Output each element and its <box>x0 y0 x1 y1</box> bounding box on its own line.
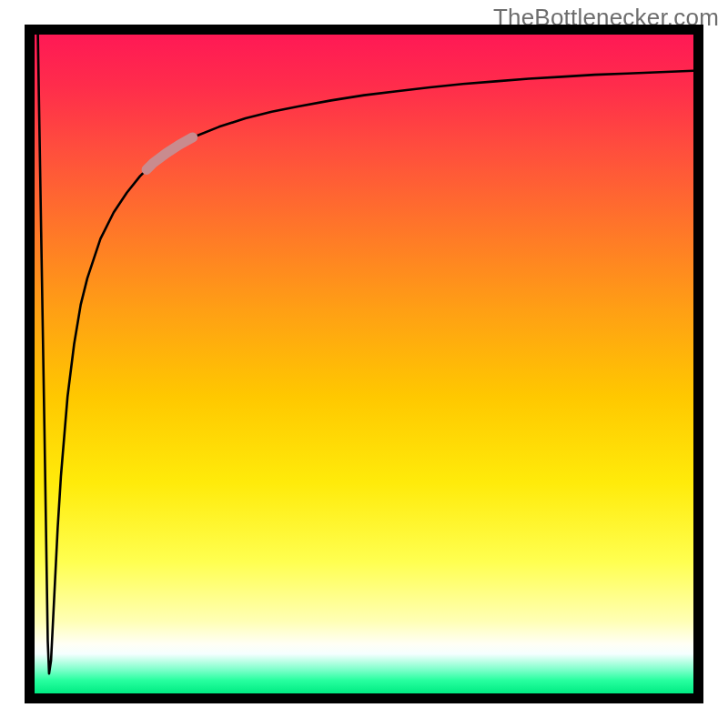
bottleneck-curve-highlight <box>147 137 193 169</box>
chart-root: TheBottlenecker.com <box>0 0 728 728</box>
bottleneck-curve <box>38 35 693 673</box>
plot-frame <box>25 25 703 703</box>
plot-area <box>35 35 693 693</box>
bottleneck-curve-svg <box>35 35 693 693</box>
